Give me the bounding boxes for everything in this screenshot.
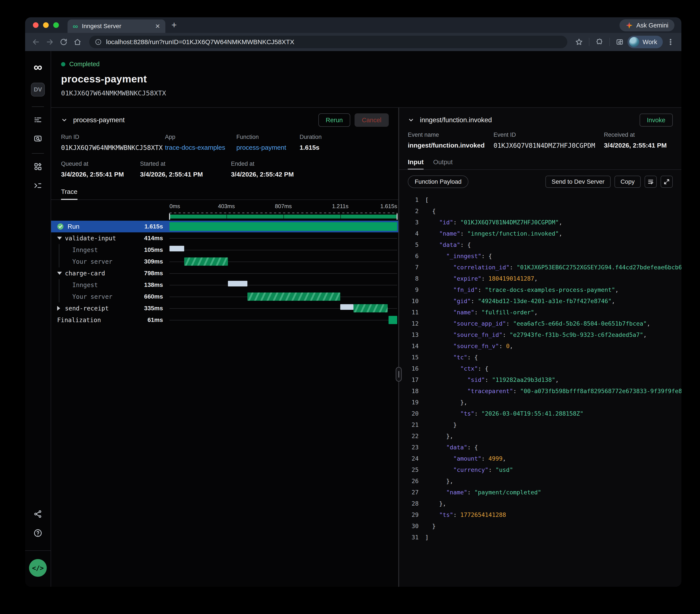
side-panel-search-icon[interactable] [614,36,626,48]
payload-code-viewer[interactable]: 1[2 {3 "id": "01KJX6Q7V81N4DMZ7HFJ0CGPDM… [399,190,682,587]
field-label: Event name [408,131,493,138]
code-text: "id": "01KJX6Q7V81N4DMZ7HFJ0CGPDM", [425,219,562,226]
code-line: 28 }, [399,498,682,509]
reload-button[interactable] [58,36,70,48]
chevron-right-icon[interactable] [57,306,60,311]
minimap-handle-right[interactable] [397,213,398,220]
span-bar-solid[interactable] [170,222,397,231]
trace-row-finalization[interactable]: Finalization61ms [51,314,398,326]
send-to-dev-server-button[interactable]: Send to Dev Server [546,176,610,188]
dev-tools-button[interactable]: </> [29,559,47,577]
span-bar-light[interactable] [170,246,184,252]
span-bar-hatch[interactable] [247,293,340,301]
code-line: 29 "ts": 1772654141288 [399,509,682,520]
tab-input[interactable]: Input [408,158,424,170]
tab-close-icon[interactable]: ✕ [155,23,160,30]
browser-menu-kebab-icon[interactable] [664,36,677,48]
trace-row-bars [170,221,397,232]
code-text: "currency": "usd" [425,466,513,473]
span-bar-light[interactable] [340,304,353,310]
trace-row-duration: 61ms [147,317,170,323]
minimap-handle-left[interactable] [169,213,170,220]
maximize-window-button[interactable] [53,22,59,28]
rerun-button[interactable]: Rerun [318,113,350,127]
close-window-button[interactable] [33,22,39,28]
trace-row-send-receipt[interactable]: send-receipt335ms [51,303,398,314]
line-number: 17 [399,376,418,383]
browser-profile-chip[interactable]: Work [627,36,663,48]
line-number: 1 [399,196,418,203]
sidebar-footer: </> [25,550,51,587]
trace-row-label-area: Inngest105ms [51,244,170,256]
chevron-down-icon[interactable] [408,117,414,123]
panel-resize-handle[interactable] [396,367,402,382]
run-details-row1: Run ID 01KJX6Q7W64NMKMWBNKCJ58XTX App tr… [51,134,398,151]
sidebar-item-dev-console[interactable] [33,181,43,190]
trace-row-inngest[interactable]: Inngest138ms [51,279,398,291]
cancel-button[interactable]: Cancel [354,113,389,127]
chevron-down-icon[interactable] [57,272,62,275]
panels: process-payment Rerun Cancel Run ID 01KJ… [51,107,682,587]
trace-row-run[interactable]: Run1.615s [51,221,398,232]
timeline-minimap[interactable] [170,215,397,218]
panel-resize-divider[interactable] [398,108,399,587]
copy-button[interactable]: Copy [614,176,641,188]
code-line: 7 "correlation_id": "01KJX6P53EB6C2752XG… [399,261,682,273]
bookmark-star-icon[interactable] [573,36,585,48]
share-icon[interactable] [33,509,43,519]
sidebar-item-runs[interactable] [33,115,43,125]
minimize-window-button[interactable] [43,22,49,28]
trace-row-your-server[interactable]: Your server660ms [51,291,398,303]
inngest-favicon-icon: ∞ [73,23,78,30]
timeline-axis: 0ms403ms807ms1.211s1.615s [51,200,398,221]
ended-at-value: 3/4/2026, 2:55:42 PM [231,171,294,178]
trace-row-duration: 798ms [144,270,170,277]
event-name-value: inngest/function.invoked [408,142,493,149]
trace-row-label-area: Your server660ms [51,291,170,303]
help-icon[interactable] [33,528,43,538]
span-bar-light[interactable] [228,281,247,286]
app-link[interactable]: trace-docs-examples [165,144,236,151]
span-bar-solid[interactable] [389,316,397,324]
line-number: 26 [399,478,418,484]
tab-output[interactable]: Output [433,158,453,170]
line-number: 2 [399,208,418,214]
run-details-row2: Queued at 3/4/2026, 2:55:41 PM Started a… [51,161,398,178]
browser-tab[interactable]: ∞ Inngest Server ✕ [67,20,165,33]
function-payload-button[interactable]: Function Payload [408,176,468,188]
span-bar-hatch[interactable] [353,304,388,312]
tab-trace[interactable]: Trace [61,188,77,200]
forward-button[interactable] [44,36,56,48]
invoke-button[interactable]: Invoke [640,114,673,127]
line-number: 16 [399,365,418,372]
browser-titlebar: ∞ Inngest Server ✕ + Ask Gemini [25,17,682,33]
trace-row-charge-card[interactable]: charge-card798ms [51,267,398,279]
new-tab-button[interactable]: + [172,17,177,33]
chevron-down-icon[interactable] [57,237,62,240]
trace-row-validate-input[interactable]: validate-input414ms [51,232,398,244]
field-label: Queued at [61,161,140,167]
code-text: }, [425,433,453,439]
trace-row-your-server[interactable]: Your server309ms [51,256,398,267]
chevron-down-icon[interactable] [61,117,67,123]
line-number: 31 [399,534,418,541]
extensions-icon[interactable] [593,36,605,48]
code-text: }, [425,500,446,507]
code-text: [ [425,196,428,203]
sidebar-item-events[interactable] [33,134,43,144]
span-bar-hatch[interactable] [184,257,228,266]
workspace-avatar[interactable]: DV [31,82,45,97]
site-info-icon[interactable] [95,39,102,46]
run-id-value: 01KJX6Q7W64NMKMWBNKCJ58XTX [61,144,165,151]
code-line: 5 "data": { [399,239,682,250]
word-wrap-icon[interactable] [645,176,657,188]
code-line: 12 "source_app_id": "eea6afc5-e66d-5b26-… [399,318,682,329]
function-link[interactable]: process-payment [236,144,300,151]
sidebar-item-apps[interactable] [33,162,43,171]
ask-gemini-button[interactable]: Ask Gemini [620,19,674,31]
expand-icon[interactable] [661,176,673,188]
url-bar[interactable]: localhost:8288/run?runID=01KJX6Q7W64NMKM… [89,36,567,48]
home-button[interactable] [72,36,84,48]
trace-row-inngest[interactable]: Inngest105ms [51,244,398,256]
back-button[interactable] [30,36,42,48]
